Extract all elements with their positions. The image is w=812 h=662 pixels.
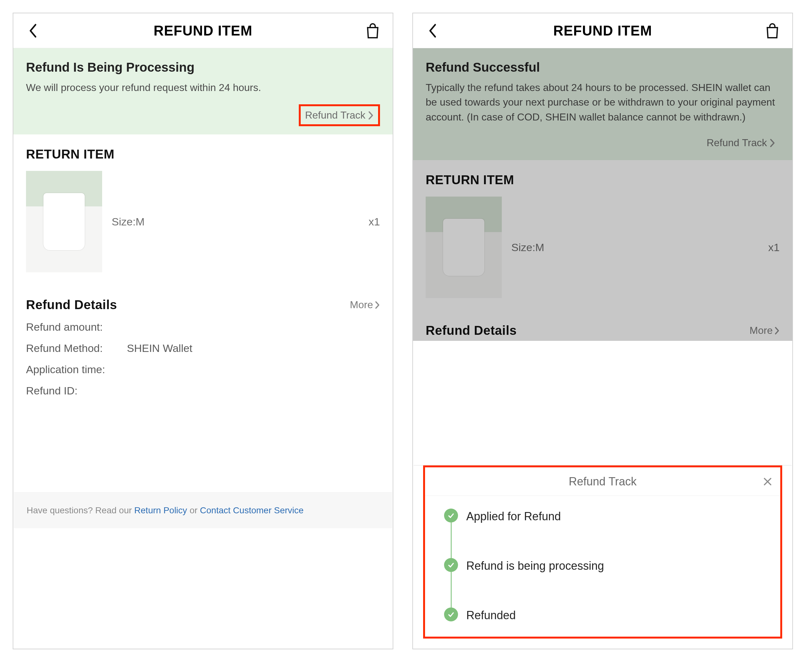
sheet-title: Refund Track [569, 475, 637, 488]
page-title: REFUND ITEM [154, 23, 252, 39]
track-list: Applied for Refund Refund is being proce… [425, 496, 780, 625]
back-button[interactable] [26, 24, 40, 38]
track-step-label: Refunded [466, 607, 516, 622]
item-size: Size:M [511, 241, 544, 254]
details-head: Refund Details More [426, 323, 780, 337]
return-item-row: Size:M x1 [426, 196, 780, 298]
track-line [451, 522, 452, 561]
check-dot-icon [444, 607, 458, 622]
refund-track-link-label: Refund Track [305, 109, 365, 121]
time-key: Application time: [26, 363, 121, 376]
banner-title: Refund Is Being Processing [26, 60, 380, 74]
contact-service-link[interactable]: Contact Customer Service [200, 505, 304, 515]
sheet-highlight-outline: Refund Track Applied for Refund [423, 466, 782, 638]
banner-desc: We will process your refund request with… [26, 80, 380, 95]
track-step-label: Refund is being processing [466, 558, 604, 573]
banner-desc: Typically the refund takes about 24 hour… [426, 80, 780, 124]
item-qty: x1 [768, 241, 780, 254]
bag-icon [366, 23, 379, 39]
item-size: Size:M [112, 215, 145, 228]
bag-icon [765, 23, 779, 39]
sheet-close-button[interactable] [761, 475, 774, 488]
chevron-left-icon [29, 24, 38, 38]
left-details-section: Refund Details More Refund amount: Refun… [13, 285, 393, 410]
product-thumbnail[interactable] [426, 196, 502, 298]
right-status-banner: Refund Successful Typically the refund t… [413, 48, 792, 160]
refund-track-link-label: Refund Track [707, 137, 767, 149]
help-prefix: Have questions? Read our [27, 505, 134, 515]
details-head: Refund Details More [26, 298, 380, 312]
banner-link-row: Refund Track [26, 104, 380, 126]
amount-key: Refund amount: [26, 321, 121, 333]
product-thumbnail[interactable] [26, 171, 102, 272]
chevron-right-icon [770, 138, 775, 148]
method-value: SHEIN Wallet [127, 342, 193, 355]
right-details-section: Refund Details More [413, 311, 792, 341]
chevron-right-icon [775, 326, 780, 335]
back-button[interactable] [426, 24, 440, 38]
track-step-processing: Refund is being processing [444, 558, 771, 607]
return-policy-link[interactable]: Return Policy [134, 505, 187, 515]
check-dot-icon [444, 509, 458, 522]
banner-link-row: Refund Track [426, 134, 780, 152]
kv-id: Refund ID: [26, 385, 380, 397]
phone-left: REFUND ITEM Refund Is Being Processing W… [13, 13, 393, 649]
kv-method: Refund Method: SHEIN Wallet [26, 342, 380, 355]
details-heading: Refund Details [426, 323, 517, 337]
left-return-section: RETURN ITEM Size:M x1 [13, 135, 393, 285]
refund-track-sheet: Refund Track Applied for Refund [413, 465, 792, 648]
track-step-applied: Applied for Refund [444, 509, 771, 558]
item-qty: x1 [368, 215, 380, 228]
refund-track-link[interactable]: Refund Track [299, 104, 380, 126]
kv-time: Application time: [26, 363, 380, 376]
left-status-banner: Refund Is Being Processing We will proce… [13, 48, 393, 135]
details-more-link[interactable]: More [749, 325, 780, 336]
more-label: More [350, 299, 373, 311]
kv-amount: Refund amount: [26, 321, 380, 333]
sheet-header: Refund Track [425, 468, 780, 496]
banner-title: Refund Successful [426, 60, 780, 74]
return-heading: RETURN ITEM [26, 147, 380, 161]
track-step-label: Applied for Refund [466, 509, 561, 523]
return-heading: RETURN ITEM [426, 173, 780, 187]
page-title: REFUND ITEM [553, 23, 652, 39]
left-header: REFUND ITEM [13, 13, 393, 48]
return-item-row: Size:M x1 [26, 171, 380, 272]
check-dot-icon [444, 558, 458, 572]
chevron-right-icon [368, 111, 374, 120]
details-heading: Refund Details [26, 298, 117, 312]
track-line [451, 572, 452, 611]
chevron-left-icon [428, 24, 438, 38]
phone-right: REFUND ITEM Refund Successful Typically … [412, 13, 793, 649]
details-more-link[interactable]: More [350, 299, 380, 311]
right-dim-wrapper: Refund Successful Typically the refund t… [413, 48, 792, 341]
help-middle: or [190, 505, 200, 515]
chevron-right-icon [375, 301, 380, 309]
close-icon [763, 477, 772, 486]
right-return-section: RETURN ITEM Size:M x1 [413, 160, 792, 311]
right-header: REFUND ITEM [413, 13, 792, 48]
method-key: Refund Method: [26, 342, 121, 355]
bag-button[interactable] [765, 24, 780, 38]
track-step-refunded: Refunded [444, 607, 771, 622]
bag-button[interactable] [365, 24, 380, 38]
help-footer: Have questions? Read our Return Policy o… [14, 492, 392, 528]
refund-track-link[interactable]: Refund Track [702, 134, 780, 152]
id-key: Refund ID: [26, 385, 121, 397]
more-label: More [749, 325, 773, 336]
